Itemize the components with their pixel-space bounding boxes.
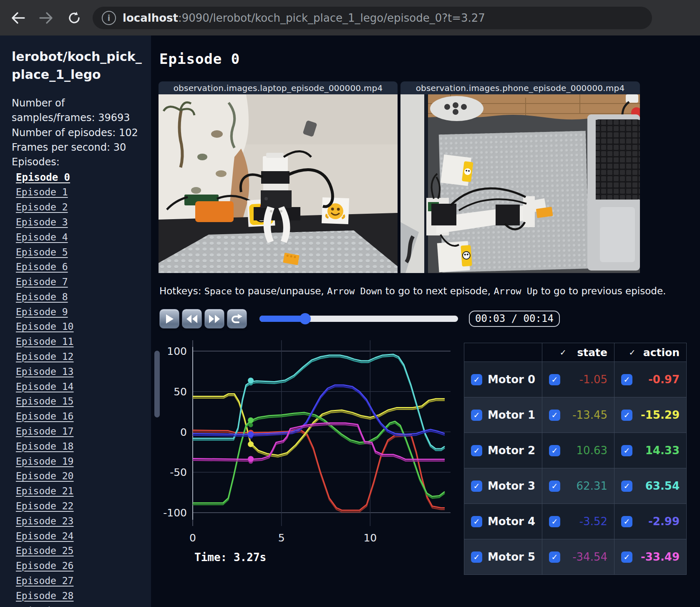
motor-chart-svg: 100500-50-1000510 <box>159 336 456 547</box>
url-bar[interactable]: i localhost:9090/lerobot/koch_pick_place… <box>93 7 652 29</box>
dataset-stats: Number of samples/frames: 39693Number of… <box>12 96 144 155</box>
url-text: localhost:9090/lerobot/koch_pick_place_1… <box>123 12 485 24</box>
sidebar-episode-link[interactable]: Episode 4 <box>16 232 68 243</box>
motor-checkbox[interactable]: ✓ <box>471 551 482 563</box>
motor-checkbox[interactable]: ✓ <box>471 445 482 456</box>
sidebar-episode-link[interactable]: Episode 12 <box>16 351 73 362</box>
state-checkbox[interactable]: ✓ <box>549 551 560 563</box>
motor-table-corner <box>464 343 542 362</box>
seek-slider[interactable] <box>259 316 458 322</box>
sidebar-episode-link[interactable]: Episode 20 <box>16 470 73 481</box>
sidebar-episode-link[interactable]: Episode 25 <box>16 545 73 556</box>
svg-text:5: 5 <box>278 532 285 544</box>
action-value: -33.49 <box>641 551 680 563</box>
sidebar: lerobot/koch_pick_place_1_lego Number of… <box>0 35 151 607</box>
sidebar-episode-link[interactable]: Episode 0 <box>16 172 70 183</box>
state-value: 62.31 <box>577 480 607 492</box>
rewind-button[interactable] <box>182 309 202 329</box>
state-checkbox[interactable]: ✓ <box>549 445 560 456</box>
sidebar-episode-link[interactable]: Episode 23 <box>16 516 73 526</box>
episode-list: Episode 0Episode 1Episode 2Episode 3Epis… <box>12 171 144 607</box>
sidebar-episode-link[interactable]: Episode 26 <box>16 560 73 571</box>
sidebar-episode-link[interactable]: Episode 22 <box>16 501 73 511</box>
sidebar-episode-link[interactable]: Episode 11 <box>16 336 73 347</box>
reload-icon[interactable] <box>68 11 81 25</box>
sidebar-episode-link[interactable]: Episode 7 <box>16 276 68 287</box>
sidebar-episode-link[interactable]: Episode 14 <box>16 381 73 392</box>
back-icon[interactable] <box>11 12 25 24</box>
video-caption-laptop: observation.images.laptop_episode_000000… <box>159 81 398 94</box>
sidebar-episode-link[interactable]: Episode 10 <box>16 321 73 332</box>
sidebar-episode-link[interactable]: Episode 13 <box>16 366 73 377</box>
motor-name: Motor 0 <box>488 373 535 386</box>
svg-text:0: 0 <box>180 426 187 438</box>
dataset-title: lerobot/koch_pick_place_1_lego <box>12 48 144 83</box>
sidebar-stat: Frames per second: 30 <box>12 140 144 155</box>
sidebar-episode-link[interactable]: Episode 16 <box>16 411 73 422</box>
sidebar-episode-link[interactable]: Episode 5 <box>16 247 68 258</box>
sidebar-episode-link[interactable]: Episode 28 <box>16 590 73 601</box>
hotkey-arrow-up: Arrow Up <box>494 286 538 296</box>
sidebar-episode-link[interactable]: Episode 19 <box>16 456 73 467</box>
sidebar-episode-link[interactable]: Episode 15 <box>16 396 73 407</box>
sidebar-episode-link[interactable]: Episode 9 <box>16 306 68 317</box>
motor-row: ✓Motor 0✓-1.05✓-0.97 <box>464 362 687 397</box>
video-panel-laptop: observation.images.laptop_episode_000000… <box>159 81 398 273</box>
play-button[interactable] <box>159 309 179 329</box>
state-checkbox[interactable]: ✓ <box>549 516 560 527</box>
episodes-label: Episodes: <box>12 155 144 169</box>
motor-checkbox[interactable]: ✓ <box>471 410 482 421</box>
state-checkbox[interactable]: ✓ <box>549 410 560 421</box>
state-checkbox[interactable]: ✓ <box>549 374 560 385</box>
video-laptop <box>159 94 398 273</box>
state-checkbox[interactable]: ✓ <box>549 481 560 492</box>
sidebar-episode-link[interactable]: Episode 29 <box>16 605 73 607</box>
action-checkbox[interactable]: ✓ <box>621 445 632 456</box>
motor-checkbox[interactable]: ✓ <box>471 374 482 385</box>
seek-slider-thumb[interactable] <box>300 313 311 324</box>
action-value: -15.29 <box>641 409 680 421</box>
state-value: 10.63 <box>577 444 607 457</box>
scrollbar-thumb[interactable] <box>154 351 160 417</box>
svg-text:-100: -100 <box>163 507 187 519</box>
video-phone <box>400 94 640 273</box>
action-checkbox[interactable]: ✓ <box>621 374 632 385</box>
sidebar-stat: Number of samples/frames: 39693 <box>12 96 144 126</box>
sidebar-episode-link[interactable]: Episode 21 <box>16 486 73 496</box>
action-checkbox[interactable]: ✓ <box>621 410 632 421</box>
site-info-icon[interactable]: i <box>102 11 116 25</box>
action-checkbox[interactable]: ✓ <box>621 516 632 527</box>
fast-forward-button[interactable] <box>204 309 224 329</box>
sidebar-episode-link[interactable]: Episode 24 <box>16 531 73 541</box>
action-value: 14.33 <box>645 444 680 457</box>
hotkey-arrow-down: Arrow Down <box>327 286 382 296</box>
sidebar-episode-link[interactable]: Episode 3 <box>16 217 68 228</box>
action-checkbox[interactable]: ✓ <box>621 481 632 492</box>
action-value: 63.54 <box>645 480 680 492</box>
motor-name: Motor 3 <box>488 480 535 492</box>
motor-row: ✓Motor 2✓10.63✓14.33 <box>464 433 687 468</box>
action-header-checkbox[interactable]: ✓ <box>627 347 638 358</box>
state-value: -1.05 <box>579 373 607 386</box>
state-header-checkbox[interactable]: ✓ <box>557 347 569 358</box>
player-controls: 00:03 / 00:14 <box>159 309 700 329</box>
sidebar-episode-link[interactable]: Episode 2 <box>16 202 68 212</box>
sidebar-episode-link[interactable]: Episode 6 <box>16 261 68 272</box>
sidebar-episode-link[interactable]: Episode 1 <box>16 187 68 197</box>
motor-checkbox[interactable]: ✓ <box>471 481 482 492</box>
loop-button[interactable] <box>227 309 247 329</box>
motor-row: ✓Motor 1✓-13.45✓-15.29 <box>464 397 687 433</box>
action-checkbox[interactable]: ✓ <box>621 551 632 563</box>
svg-text:0: 0 <box>189 532 196 544</box>
motor-row: ✓Motor 4✓-3.52✓-2.99 <box>464 504 687 539</box>
sidebar-episode-link[interactable]: Episode 18 <box>16 441 73 452</box>
state-value: -34.54 <box>572 551 607 563</box>
forward-icon[interactable] <box>39 12 53 24</box>
motor-checkbox[interactable]: ✓ <box>471 516 482 527</box>
action-header: ✓action <box>621 346 680 359</box>
svg-text:100: 100 <box>167 345 187 357</box>
sidebar-episode-link[interactable]: Episode 8 <box>16 291 68 302</box>
sidebar-episode-link[interactable]: Episode 27 <box>16 575 73 586</box>
sidebar-episode-link[interactable]: Episode 17 <box>16 426 73 437</box>
svg-text:10: 10 <box>363 532 377 544</box>
